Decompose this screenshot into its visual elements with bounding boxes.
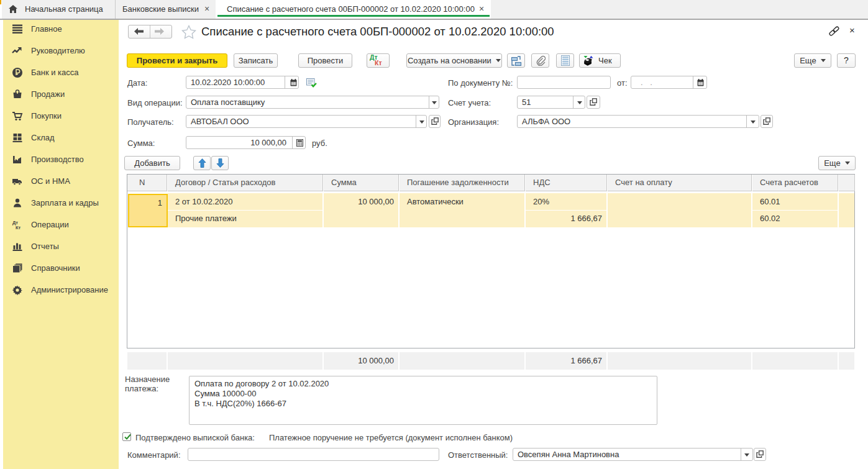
svg-text:Кт: Кт: [16, 225, 21, 230]
